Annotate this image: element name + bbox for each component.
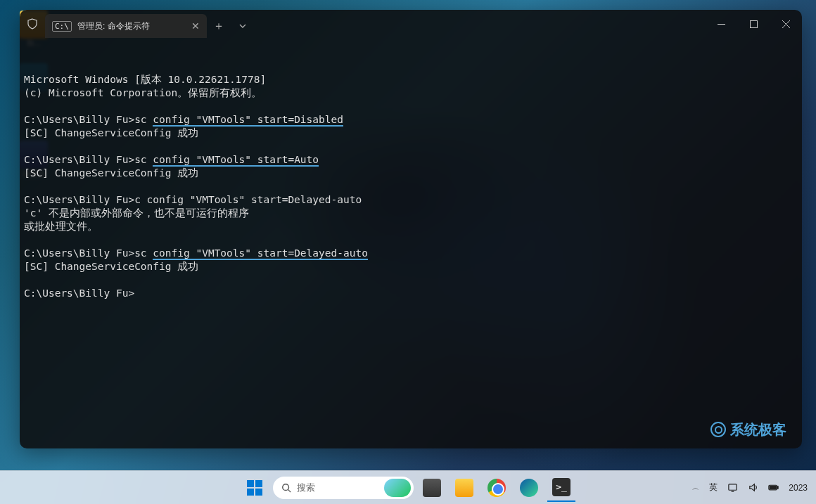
close-window-button[interactable] xyxy=(770,10,802,38)
watermark: 系统极客 xyxy=(710,422,786,437)
ime-indicator[interactable]: 英 xyxy=(709,482,718,493)
file-explorer-button[interactable] xyxy=(450,474,478,502)
terminal-tab[interactable]: C:\ 管理员: 命令提示符 ✕ xyxy=(45,14,207,38)
task-view-button[interactable] xyxy=(418,474,446,502)
volume-icon[interactable] xyxy=(748,482,758,493)
system-tray[interactable]: ︿ 英 2023 xyxy=(692,482,808,493)
terminal-window: C:\ 管理员: 命令提示符 ✕ ＋ Microsoft Windows [版本… xyxy=(20,10,802,448)
search-placeholder: 搜索 xyxy=(297,482,315,494)
start-button[interactable] xyxy=(241,474,269,502)
terminal-output[interactable]: Microsoft Windows [版本 10.0.22621.1778](c… xyxy=(20,38,802,448)
svg-rect-6 xyxy=(729,484,737,490)
network-icon[interactable] xyxy=(727,482,738,493)
tab-dropdown-button[interactable] xyxy=(231,14,255,38)
search-icon xyxy=(281,483,291,493)
close-tab-icon[interactable]: ✕ xyxy=(191,20,200,32)
taskbar-search[interactable]: 搜索 xyxy=(273,477,414,499)
new-tab-button[interactable]: ＋ xyxy=(207,14,231,38)
windows-logo-icon xyxy=(247,480,262,496)
svg-point-4 xyxy=(283,484,289,490)
svg-rect-1 xyxy=(750,20,757,27)
titlebar[interactable]: C:\ 管理员: 命令提示符 ✕ ＋ xyxy=(20,10,802,38)
cmd-icon: C:\ xyxy=(52,21,72,32)
maximize-button[interactable] xyxy=(737,10,770,38)
clock[interactable]: 2023 xyxy=(789,483,808,493)
tray-overflow-icon[interactable]: ︿ xyxy=(692,483,699,493)
svg-rect-10 xyxy=(770,486,776,489)
shield-icon xyxy=(20,10,45,38)
tab-title: 管理员: 命令提示符 xyxy=(77,20,150,32)
edge-button[interactable] xyxy=(515,474,543,502)
svg-line-5 xyxy=(288,489,291,492)
minimize-button[interactable] xyxy=(705,10,737,38)
svg-rect-9 xyxy=(777,486,778,489)
taskbar: 搜索 >_ ︿ 英 2023 xyxy=(0,470,816,504)
search-decoration-icon xyxy=(384,479,411,497)
chrome-button[interactable] xyxy=(483,474,511,502)
terminal-taskbar-button[interactable]: >_ xyxy=(547,474,575,502)
battery-icon[interactable] xyxy=(768,482,779,493)
